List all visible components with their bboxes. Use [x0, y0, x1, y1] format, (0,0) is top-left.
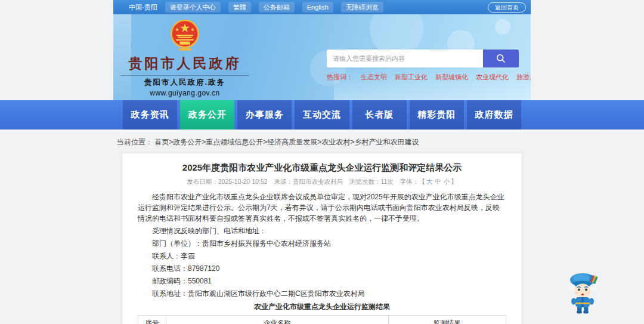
source: 贵阳市农业农村局 [293, 178, 343, 185]
table-header-cell: 序号 [138, 316, 166, 324]
nav-item[interactable]: 办事服务 [237, 100, 292, 129]
search-box [327, 50, 519, 67]
monitor-result-table: 序号 企业名称 监测结果 1 贵州合力超市采购有限公司 合格 [138, 315, 506, 324]
font-size-small[interactable]: 小 [444, 178, 450, 185]
article-title: 2025年度贵阳市农业产业化市级重点龙头企业运行监测和评定结果公示 [138, 162, 506, 174]
publish-date-label: 发布日期： [187, 178, 218, 185]
hot-search-link[interactable]: 新型工业化 [395, 73, 428, 82]
logo-divider [120, 75, 249, 76]
nav-item[interactable]: 政府数据 [467, 100, 521, 129]
site-name: 贵阳市人民政府 [118, 54, 252, 73]
font-size-medium[interactable]: 中 [435, 178, 441, 185]
search-icon [496, 53, 506, 64]
hot-search-links: 生态文明 新型工业化 新型城镇化 农业现代化 旅游产业化 贵阳简介 [361, 73, 531, 82]
nav-item[interactable]: 长者版 [352, 100, 407, 129]
breadcrumb-label: 当前位置： [117, 138, 153, 146]
breadcrumb: 当前位置： 首页>政务公开>重点领域信息公开>经济高质量发展>农业农村>乡村产业… [117, 129, 527, 147]
main-nav: 政务资讯 政务公开 办事服务 互动交流 长者版 精彩贵阳 政府数据 [0, 100, 644, 129]
views: 11次 [380, 178, 393, 185]
views-label: 浏览次数： [349, 178, 381, 185]
table-header-cell: 监测结果 [388, 316, 506, 324]
search-input[interactable] [327, 50, 483, 67]
hot-search-row: 热搜词： 生态文明 新型工业化 新型城镇化 农业现代化 旅游产业化 [327, 73, 519, 82]
bracket: 【 [419, 178, 425, 185]
article-paragraph: 联系电话：87987120 [138, 262, 506, 274]
mascot-figure[interactable] [564, 270, 602, 315]
site-header: 贵阳市人民政府 贵阳市人民政府.政务 www.guiyang.gov.cn [113, 14, 531, 100]
hot-search-link[interactable]: 农业现代化 [476, 73, 509, 82]
page: 中国·贵阳 请登录个人中心 繁體 公务邮箱 English 无障碍浏览 返回首页 [0, 0, 644, 324]
topbar-links: 中国·贵阳 请登录个人中心 繁體 公务邮箱 English 无障碍浏览 [129, 2, 383, 13]
topbar-link[interactable]: English [302, 2, 333, 13]
nav-item[interactable]: 互动交流 [295, 100, 349, 129]
nav-item[interactable]: 政务资讯 [123, 100, 177, 129]
table-title: 农业产业化市级重点龙头企业运行监测结果 [138, 302, 506, 312]
font-size-label: 字体： [400, 178, 419, 185]
hot-search-link[interactable]: 生态文明 [361, 73, 387, 82]
table-header-cell: 企业名称 [166, 316, 388, 324]
article-panel: 2025年度贵阳市农业产业化市级重点龙头企业运行监测和评定结果公示 发布日期：2… [122, 153, 522, 324]
topbar-link[interactable]: 繁體 [228, 2, 251, 13]
font-size-large[interactable]: 大 [426, 178, 433, 185]
site-subtitle: 贵阳市人民政府.政务 [118, 78, 252, 88]
topbar: 中国·贵阳 请登录个人中心 繁體 公务邮箱 English 无障碍浏览 返回首页 [113, 0, 531, 14]
site-url: www.guiyang.gov.cn [118, 89, 252, 97]
article-paragraph: 联系人：李霞 [138, 249, 506, 262]
topbar-link[interactable]: 无障碍浏览 [341, 2, 383, 13]
source-label: 来源： [274, 178, 293, 185]
hot-search-link[interactable]: 旅游产业化 [516, 73, 531, 82]
article-paragraph: 受理情况反映的部门、电话和地址： [138, 224, 506, 237]
article-content: 经贵阳市农业产业化市级重点龙头企业联席会议成员单位审定，现对2025年开展的农业… [138, 190, 506, 300]
return-home-button[interactable]: 返回首页 [488, 2, 526, 13]
site-logo[interactable]: 贵阳市人民政府 贵阳市人民政府.政务 www.guiyang.gov.cn [118, 19, 252, 97]
article-paragraph: 邮政编码：550081 [138, 274, 506, 287]
national-emblem-icon [169, 19, 200, 53]
topbar-link[interactable]: 公务邮箱 [259, 2, 295, 13]
hot-search-label: 热搜词： [327, 73, 353, 82]
nav-item[interactable]: 精彩贵阳 [410, 100, 464, 129]
article-meta: 发布日期：2025-10-20 10:52 来源：贵阳市农业农村局 浏览次数：1… [138, 178, 506, 186]
article-paragraph: 联系地址：贵阳市观山湖区市级行政中心二期C区贵阳市农业农村局 [138, 287, 506, 300]
topbar-link[interactable]: 请登录个人中心 [165, 2, 221, 13]
search-area: 热搜词： 生态文明 新型工业化 新型城镇化 农业现代化 旅游产业化 [327, 50, 519, 82]
publish-date: 2025-10-20 10:52 [218, 178, 268, 185]
banner-bokeh [495, 19, 510, 35]
table-header-row: 序号 企业名称 监测结果 [138, 316, 506, 324]
article-paragraph: 部门（单位）：贵阳市乡村振兴服务中心农村经济服务站 [138, 237, 506, 249]
nav-item[interactable]: 政务公开 [180, 100, 234, 129]
article-paragraph: 经贵阳市农业产业化市级重点龙头企业联席会议成员单位审定，现对2025年开展的农业… [138, 190, 506, 224]
hot-search-link[interactable]: 新型城镇化 [435, 73, 468, 82]
breadcrumb-path[interactable]: 首页>政务公开>重点领域信息公开>经济高质量发展>农业农村>乡村产业和农田建设 [154, 138, 419, 146]
mascot-icon [564, 270, 602, 315]
topbar-link[interactable]: 中国·贵阳 [129, 2, 157, 12]
nav-items: 政务资讯 政务公开 办事服务 互动交流 长者版 精彩贵阳 政府数据 [113, 100, 531, 129]
bracket: 】 [451, 178, 457, 185]
search-button[interactable] [483, 50, 519, 67]
